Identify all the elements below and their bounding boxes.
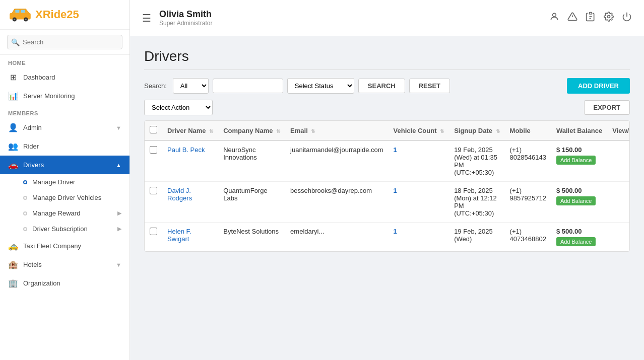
menu-icon[interactable]: ☰: [142, 12, 151, 24]
row-checkbox[interactable]: [150, 146, 157, 154]
mobile-cell: (+1) 4073468802: [505, 223, 551, 252]
sidebar-search-area: 🔍: [0, 30, 130, 55]
status-select[interactable]: Select Status Active Inactive: [287, 78, 354, 94]
add-balance-button[interactable]: Add Balance: [556, 237, 596, 246]
clipboard-icon[interactable]: [586, 12, 596, 24]
search-input[interactable]: [7, 35, 122, 49]
sidebar: XRide25 🔍 HOME ⊞ Dashboard 📊 Server Moni…: [0, 0, 130, 360]
table-header-row: Driver Name ⇅ Company Name ⇅ Email ⇅ Veh…: [145, 121, 630, 140]
sidebar-item-hotels[interactable]: 🏨 Hotels ▼: [0, 255, 130, 274]
driver-name-link[interactable]: Helen F. Swigart: [167, 228, 191, 243]
drivers-table: Driver Name ⇅ Company Name ⇅ Email ⇅ Veh…: [145, 121, 630, 251]
alert-icon[interactable]: [567, 12, 577, 24]
add-driver-button[interactable]: ADD DRIVER: [567, 78, 630, 94]
th-wallet-balance: Wallet Balance: [551, 121, 607, 140]
driver-name-link[interactable]: David J. Rodgers: [167, 187, 192, 202]
driver-name-cell: Paul B. Peck: [162, 140, 218, 182]
chevron-down-icon: ▼: [116, 262, 121, 268]
home-section-label: HOME: [0, 55, 130, 68]
sidebar-item-dashboard[interactable]: ⊞ Dashboard: [0, 68, 130, 87]
row-checkbox[interactable]: [150, 228, 157, 235]
reset-button[interactable]: RESET: [409, 79, 450, 93]
sidebar-subitem-manage-driver[interactable]: Manage Driver: [0, 174, 130, 190]
topbar-user-info: Olivia Smith Super Administrator: [159, 9, 549, 27]
hotels-icon: 🏨: [8, 260, 18, 269]
admin-icon: 👤: [8, 123, 18, 132]
signup-date-cell: 19 Feb, 2025 (Wed): [449, 223, 504, 252]
power-icon[interactable]: [622, 12, 632, 24]
sidebar-section-members: MEMBERS 👤 Admin ▼ 👥 Rider 🚗 Drivers ▲ Ma…: [0, 105, 130, 293]
th-vehicle-count: Vehicle Count ⇅: [389, 121, 449, 140]
table-row: Paul B. Peck NeuroSync Innovations juani…: [145, 140, 630, 182]
filter-row: Search: All Select Status Active Inactiv…: [144, 78, 630, 94]
select-all-checkbox[interactable]: [150, 126, 157, 133]
vehicle-count-cell: 1: [389, 223, 449, 252]
wallet-balance-cell: $ 500.00 Add Balance: [551, 223, 607, 252]
th-signup-date: Signup Date ⇅: [449, 121, 504, 140]
user-icon[interactable]: [549, 12, 559, 24]
sidebar-section-home: HOME ⊞ Dashboard 📊 Server Monitoring: [0, 55, 130, 105]
sidebar-subitem-driver-subscription[interactable]: Driver Subscription ▶: [0, 221, 130, 237]
gear-icon[interactable]: [604, 12, 614, 24]
drivers-icon: 🚗: [8, 160, 18, 170]
logo-car-icon: [8, 7, 32, 22]
topbar-user-name: Olivia Smith: [159, 9, 549, 20]
action-select[interactable]: Select Action Delete Activate Deactivate: [144, 100, 213, 115]
add-balance-button[interactable]: Add Balance: [556, 156, 596, 165]
th-email: Email ⇅: [285, 121, 388, 140]
chevron-up-icon: ▲: [116, 162, 121, 168]
search-text-input[interactable]: [213, 79, 283, 93]
search-button[interactable]: SEARCH: [358, 79, 405, 93]
document-cell: [607, 223, 630, 252]
rider-icon: 👥: [8, 141, 18, 151]
driver-name-cell: David J. Rodgers: [162, 182, 218, 223]
sidebar-item-server-monitoring[interactable]: 📊 Server Monitoring: [0, 87, 130, 105]
sidebar-item-taxi-fleet[interactable]: 🚕 Taxi Fleet Company: [0, 237, 130, 255]
sub-dot-icon: [23, 180, 27, 184]
sidebar-item-rider[interactable]: 👥 Rider: [0, 137, 130, 156]
add-balance-button[interactable]: Add Balance: [556, 196, 596, 205]
driver-name-cell: Helen F. Swigart: [162, 223, 218, 252]
sub-dot-icon: [23, 227, 27, 231]
document-cell: [607, 140, 630, 182]
svg-point-4: [25, 19, 27, 20]
topbar-user-role: Super Administrator: [159, 20, 549, 27]
organization-icon: 🏢: [8, 278, 18, 288]
page-content: Drivers Search: All Select Status Active…: [130, 36, 644, 360]
sidebar-item-admin[interactable]: 👤 Admin ▼: [0, 118, 130, 137]
sidebar-item-label: Organization: [23, 279, 121, 287]
search-label: Search:: [144, 82, 167, 90]
company-name-cell: QuantumForge Labs: [218, 182, 285, 223]
filter-type-select[interactable]: All: [173, 78, 209, 94]
sidebar-subitem-manage-driver-vehicles[interactable]: Manage Driver Vehicles: [0, 190, 130, 205]
row-checkbox[interactable]: [150, 187, 157, 194]
svg-point-3: [14, 19, 15, 20]
sidebar-item-drivers[interactable]: 🚗 Drivers ▲: [0, 156, 130, 174]
export-button[interactable]: EXPORT: [584, 100, 630, 115]
driver-name-link[interactable]: Paul B. Peck: [167, 146, 205, 154]
email-cell: juanitarmandel@jourrapide.com: [285, 140, 388, 182]
company-name-cell: ByteNest Solutions: [218, 223, 285, 252]
wallet-balance-cell: $ 500.00 Add Balance: [551, 182, 607, 223]
sub-item-label: Manage Driver Vehicles: [32, 194, 101, 201]
sidebar-item-label: Drivers: [23, 161, 116, 169]
table-row: Helen F. Swigart ByteNest Solutions emel…: [145, 223, 630, 252]
sidebar-item-organization[interactable]: 🏢 Organization: [0, 274, 130, 293]
sub-item-label: Manage Driver: [32, 178, 75, 186]
sidebar-item-label: Hotels: [23, 261, 116, 268]
chevron-down-icon: ▼: [116, 125, 121, 131]
svg-rect-10: [590, 13, 592, 14]
chevron-right-icon: ▶: [117, 210, 121, 217]
sidebar-subitem-manage-reward[interactable]: Manage Reward ▶: [0, 205, 130, 221]
page-title: Drivers: [144, 48, 630, 70]
action-row: Select Action Delete Activate Deactivate…: [144, 100, 630, 115]
wallet-balance-cell: $ 150.00 Add Balance: [551, 140, 607, 182]
document-cell: [607, 182, 630, 223]
search-icon: 🔍: [11, 38, 20, 46]
signup-date-cell: 18 Feb, 2025 (Mon) at 12:12 PM (UTC:+05:…: [449, 182, 504, 223]
sidebar-item-label: Dashboard: [23, 74, 121, 81]
wallet-amount: $ 500.00: [556, 187, 602, 194]
vehicle-count-cell: 1: [389, 140, 449, 182]
th-company-name: Company Name ⇅: [218, 121, 285, 140]
company-name-cell: NeuroSync Innovations: [218, 140, 285, 182]
